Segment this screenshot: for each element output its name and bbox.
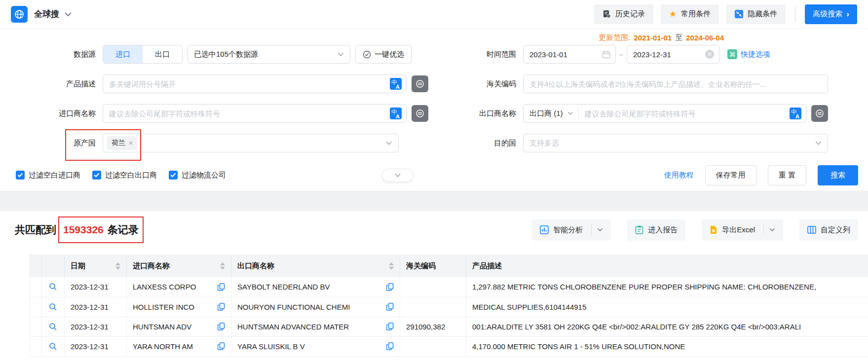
filter-label: 过滤空白进口商 [29, 171, 80, 180]
favorites-button[interactable]: ★ 常用条件 [661, 4, 719, 24]
copy-icon[interactable] [218, 342, 225, 350]
results-section: 共匹配到 1593326 条记录 智能分析 [0, 211, 868, 357]
cell-product-desc: 001:ARALDITE LY 3581 OH 220KG Q4E <br/>0… [466, 317, 868, 336]
optimize-label: 一键优选 [375, 50, 404, 59]
search-detail-icon[interactable] [48, 323, 58, 331]
cell-importer[interactable]: HUNTSMAN ADV [133, 323, 218, 331]
table-row: 2023-12-31 LANXESS CORPO SAYBOLT NEDERLA… [30, 277, 868, 297]
translate-icon[interactable]: 中 A [390, 78, 402, 90]
exporter-type-select[interactable]: 出口商 (1) [524, 109, 578, 118]
copy-icon[interactable] [218, 323, 225, 330]
tab-import[interactable]: 进口 [103, 45, 143, 63]
copy-icon[interactable] [386, 342, 394, 350]
time-range-label: 时间范围 [434, 50, 523, 59]
columns-icon [807, 226, 816, 234]
hs-code-input[interactable] [524, 75, 828, 93]
one-click-optimize-button[interactable]: 一键优选 [355, 45, 412, 64]
product-desc-input[interactable] [103, 75, 406, 93]
chevron-down-icon [338, 52, 344, 57]
end-date-input[interactable]: 2023-12-31 ✕ [627, 45, 719, 64]
chevron-down-icon [386, 141, 392, 145]
update-range-label: 更新范围: [599, 33, 630, 42]
search-detail-icon[interactable] [48, 283, 58, 291]
translate-icon[interactable]: 中 A [390, 108, 402, 119]
header-exporter: 出口商名称 [231, 254, 400, 277]
smart-analysis-button[interactable]: 智能分析 [532, 219, 611, 241]
quick-options-link[interactable]: ⌘ 快捷选项 [727, 49, 770, 59]
translate-icon[interactable]: 中 A [790, 108, 801, 119]
results-count: 共匹配到 1593326 条记录 [15, 223, 143, 237]
header-product-desc: 产品描述 [466, 254, 868, 277]
checkbox-checked-icon [169, 171, 178, 180]
chevron-down-icon[interactable] [597, 228, 603, 232]
search-detail-icon[interactable] [48, 303, 58, 311]
fuzzy-match-toggle-icon[interactable] [412, 75, 428, 92]
hs-code-label: 海关编码 [434, 79, 523, 89]
cell-exporter[interactable]: HUNTSMAN ADVANCED MATER [237, 323, 386, 331]
exporter-input[interactable] [579, 105, 806, 122]
command-icon: ⌘ [727, 49, 737, 59]
origin-country-select[interactable]: 荷兰 × [103, 134, 399, 152]
fuzzy-match-toggle-icon[interactable] [811, 105, 828, 122]
results-count-number: 1593326 [63, 224, 104, 236]
filter-blank-importer-checkbox[interactable]: 过滤空白进口商 [16, 171, 80, 180]
export-excel-button[interactable]: 导出Excel [702, 219, 783, 241]
cell-hs-code [400, 277, 466, 297]
hide-conditions-button[interactable]: 隐藏条件 [726, 4, 786, 24]
history-button[interactable]: 历史记录 [594, 4, 653, 24]
enter-report-button[interactable]: 进入报告 [627, 219, 685, 241]
cell-importer[interactable]: HOLLISTER INCO [133, 303, 218, 311]
cell-date: 2023-12-31 [65, 297, 127, 317]
start-date-input[interactable]: 2023-01-01 [523, 45, 616, 64]
cell-importer[interactable]: YARA NORTH AM [133, 342, 218, 351]
calendar-icon [602, 50, 610, 59]
cell-date: 2023-12-31 [65, 336, 127, 356]
cell-exporter[interactable]: NOURYON FUNCTIONAL CHEMI [237, 303, 386, 311]
copy-icon[interactable] [218, 303, 225, 311]
app-switcher-chevron-down-icon[interactable] [64, 12, 72, 17]
data-source-select[interactable]: 已选中105个数据源 [188, 45, 350, 64]
importer-label: 进口商名称 [10, 109, 103, 118]
collapse-arrows-icon [735, 10, 743, 18]
enter-report-label: 进入报告 [648, 225, 678, 235]
filter-blank-exporter-checkbox[interactable]: 过滤空白出口商 [92, 171, 157, 180]
filter-logistics-checkbox[interactable]: 过滤物流公司 [169, 171, 226, 180]
advanced-search-button[interactable]: 高级搜索 › [805, 4, 857, 24]
copy-icon[interactable] [386, 323, 394, 330]
fuzzy-match-toggle-icon[interactable] [412, 105, 428, 122]
star-icon: ★ [669, 10, 677, 18]
cell-importer[interactable]: LANXESS CORPO [133, 283, 218, 291]
clear-date-icon[interactable]: ✕ [705, 50, 714, 59]
tutorial-link[interactable]: 使用教程 [664, 171, 694, 180]
copy-icon[interactable] [386, 283, 394, 291]
check-circle-icon [363, 50, 371, 59]
copy-icon[interactable] [218, 283, 225, 291]
header-detail-col [42, 254, 65, 277]
history-icon [603, 10, 611, 18]
cell-exporter[interactable]: SAYBOLT NEDERLAND BV [237, 283, 386, 291]
sort-icons[interactable] [115, 262, 120, 270]
reset-button[interactable]: 重 置 [768, 165, 806, 185]
app-logo-globe-icon [11, 6, 28, 23]
copy-icon[interactable] [386, 303, 394, 311]
save-conditions-button[interactable]: 保存常用 [705, 165, 756, 185]
sort-icons[interactable] [220, 262, 225, 270]
tab-export[interactable]: 出口 [143, 45, 182, 63]
advanced-search-label: 高级搜索 [813, 9, 842, 19]
search-detail-icon[interactable] [48, 342, 58, 351]
hide-conditions-label: 隐藏条件 [748, 9, 777, 19]
search-button[interactable]: 搜索 [818, 165, 858, 185]
sort-icons[interactable] [389, 262, 394, 270]
destination-country-select[interactable]: 支持多选 [523, 134, 828, 152]
table-row: 2023-12-31 HUNTSMAN ADV HUNTSMAN ADVANCE… [30, 317, 868, 336]
importer-input[interactable] [103, 105, 406, 122]
tag-remove-icon[interactable]: × [129, 139, 133, 147]
cell-exporter[interactable]: YARA SLUISKIL B V [237, 342, 386, 351]
update-range-to: 至 [675, 33, 682, 42]
collapse-form-button[interactable] [382, 169, 414, 182]
chevron-down-icon[interactable] [769, 228, 775, 232]
custom-columns-button[interactable]: 自定义列 [799, 219, 858, 241]
results-table: 日期 进口商名称 出口商名称 海关编码 产品描述 2023- [30, 254, 868, 357]
end-date-value: 2023-12-31 [633, 50, 705, 59]
bar-chart-icon [540, 225, 549, 234]
